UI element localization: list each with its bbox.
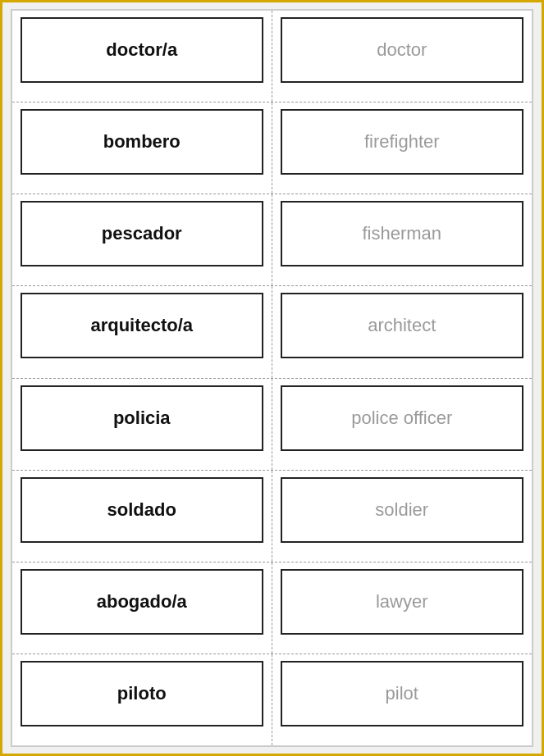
english-word: firefighter xyxy=(364,131,440,153)
spanish-card: piloto xyxy=(21,661,263,726)
english-card: police officer xyxy=(281,385,524,451)
table-row: pilotopilot xyxy=(12,654,532,745)
english-card: architect xyxy=(281,293,524,358)
spanish-cell: bombero xyxy=(12,102,272,194)
english-cell: architect xyxy=(272,286,533,377)
spanish-card: soldado xyxy=(21,477,263,543)
table-row: abogado/alawyer xyxy=(12,562,532,654)
english-word: architect xyxy=(368,315,436,336)
spanish-cell: arquitecto/a xyxy=(12,286,272,377)
english-card: fisherman xyxy=(281,201,524,266)
spanish-cell: abogado/a xyxy=(12,562,272,654)
spanish-card: policia xyxy=(21,385,263,451)
spanish-word: abogado/a xyxy=(97,591,187,613)
spanish-word: doctor/a xyxy=(106,39,177,61)
spanish-card: abogado/a xyxy=(21,569,263,635)
english-word: lawyer xyxy=(376,591,428,613)
english-cell: pilot xyxy=(272,654,533,745)
english-word: doctor xyxy=(377,39,427,61)
english-card: firefighter xyxy=(281,109,524,175)
table-row: arquitecto/aarchitect xyxy=(12,286,532,378)
english-cell: lawyer xyxy=(272,562,533,654)
english-word: pilot xyxy=(386,683,418,704)
spanish-cell: soldado xyxy=(12,471,272,562)
spanish-card: arquitecto/a xyxy=(21,293,263,358)
table-row: pescadorfisherman xyxy=(12,194,532,286)
spanish-word: policia xyxy=(113,408,171,429)
spanish-word: pescador xyxy=(102,223,182,244)
spanish-word: piloto xyxy=(117,683,167,704)
english-cell: fisherman xyxy=(272,194,533,285)
table-row: doctor/adoctor xyxy=(12,11,532,102)
english-card: soldier xyxy=(281,477,524,543)
english-cell: firefighter xyxy=(272,102,533,194)
spanish-cell: piloto xyxy=(12,654,272,745)
page-container: doctor/adoctorbomberofirefighterpescador… xyxy=(0,0,544,756)
english-card: lawyer xyxy=(281,569,524,635)
spanish-word: bombero xyxy=(103,131,181,153)
english-word: police officer xyxy=(351,408,452,429)
english-word: soldier xyxy=(375,499,428,521)
spanish-word: arquitecto/a xyxy=(90,315,193,336)
english-card: pilot xyxy=(281,661,524,726)
vocab-table: doctor/adoctorbomberofirefighterpescador… xyxy=(11,9,533,747)
spanish-cell: doctor/a xyxy=(12,11,272,102)
english-word: fisherman xyxy=(362,223,441,244)
table-row: policiapolice officer xyxy=(12,379,532,471)
spanish-card: pescador xyxy=(21,201,263,266)
spanish-card: doctor/a xyxy=(21,17,263,83)
english-card: doctor xyxy=(281,17,524,83)
spanish-word: soldado xyxy=(107,499,176,521)
table-row: bomberofirefighter xyxy=(12,102,532,194)
spanish-cell: policia xyxy=(12,379,272,470)
table-row: soldadosoldier xyxy=(12,471,532,562)
english-cell: soldier xyxy=(272,471,533,562)
spanish-card: bombero xyxy=(21,109,263,175)
english-cell: police officer xyxy=(272,379,533,470)
spanish-cell: pescador xyxy=(12,194,272,285)
english-cell: doctor xyxy=(272,11,533,102)
